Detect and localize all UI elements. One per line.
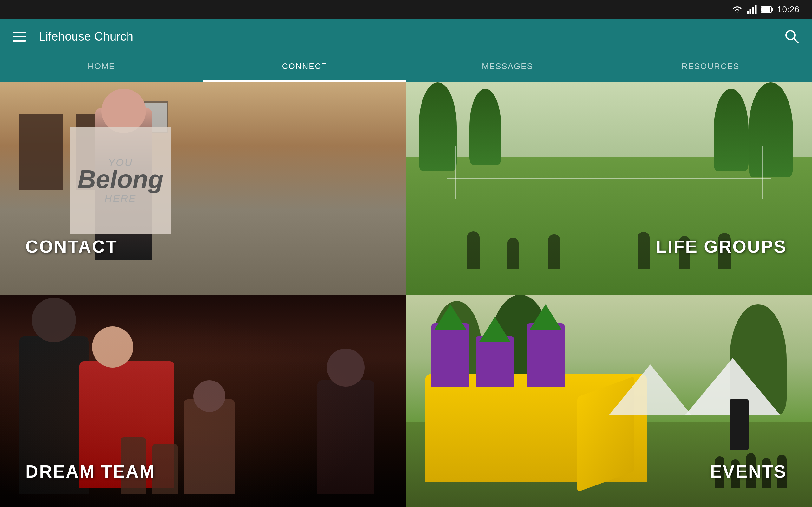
tab-resources[interactable]: RESOURCES bbox=[609, 54, 812, 82]
dream-team-label: DREAM TEAM bbox=[26, 461, 155, 482]
events-label: EVENTS bbox=[710, 461, 786, 482]
svg-rect-5 bbox=[772, 8, 773, 11]
app-title: Lifehouse Church bbox=[39, 30, 133, 43]
status-bar-time: 10:26 bbox=[777, 4, 799, 14]
connect-grid: YOU Belong HERE CONTACT bbox=[0, 82, 812, 507]
events-cell[interactable]: EVENTS bbox=[406, 295, 812, 507]
tab-messages[interactable]: MESSAGES bbox=[406, 54, 609, 82]
contact-label: CONTACT bbox=[26, 236, 118, 257]
volleyball-net bbox=[447, 178, 771, 179]
contact-sign: YOU Belong HERE bbox=[70, 127, 171, 234]
net-post-left bbox=[455, 146, 456, 199]
contact-cell[interactable]: YOU Belong HERE CONTACT bbox=[0, 82, 406, 295]
tab-home[interactable]: HOME bbox=[0, 54, 203, 82]
status-bar: 10:26 bbox=[0, 0, 812, 19]
svg-rect-2 bbox=[752, 7, 754, 14]
sign-here-text: HERE bbox=[105, 193, 137, 205]
battery-icon bbox=[761, 6, 773, 13]
tab-connect[interactable]: CONNECT bbox=[203, 54, 406, 82]
svg-rect-6 bbox=[761, 7, 770, 12]
hamburger-menu-icon[interactable] bbox=[13, 32, 26, 42]
signal-icon bbox=[747, 5, 757, 14]
status-icons: 10:26 bbox=[731, 4, 799, 14]
life-groups-label: LIFE GROUPS bbox=[656, 236, 786, 257]
sign-belong-text: Belong bbox=[78, 169, 163, 190]
nav-tabs: HOME CONNECT MESSAGES RESOURCES bbox=[0, 54, 812, 82]
contact-photo: YOU Belong HERE bbox=[0, 82, 406, 295]
net-post-right bbox=[762, 146, 763, 199]
svg-rect-0 bbox=[747, 11, 749, 14]
svg-rect-3 bbox=[755, 5, 757, 14]
search-icon[interactable] bbox=[784, 29, 799, 44]
app-bar: Lifehouse Church bbox=[0, 19, 812, 54]
wifi-icon bbox=[731, 5, 743, 14]
dream-team-cell[interactable]: DREAM TEAM bbox=[0, 295, 406, 507]
life-groups-photo bbox=[406, 82, 812, 295]
svg-rect-1 bbox=[749, 9, 751, 14]
svg-line-8 bbox=[794, 38, 798, 43]
app-bar-left: Lifehouse Church bbox=[13, 30, 133, 43]
life-groups-cell[interactable]: LIFE GROUPS bbox=[406, 82, 812, 295]
